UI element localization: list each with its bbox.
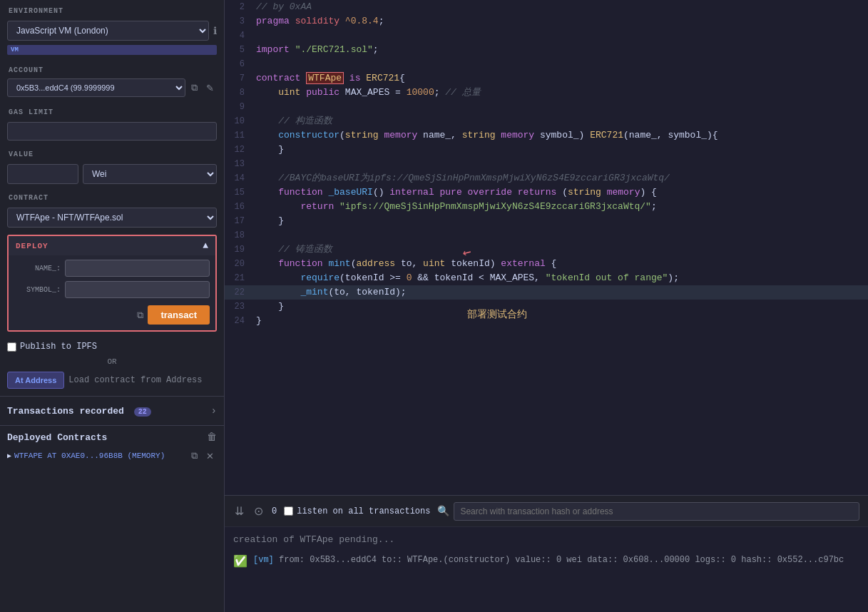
gas-field-row: 3000000	[0, 119, 224, 143]
code-line-4: 4	[225, 29, 868, 43]
value-unit-select[interactable]: Wei	[83, 164, 217, 184]
deployed-title: Deployed Contracts	[7, 432, 107, 443]
deploy-header[interactable]: DEPLOY ▲	[9, 236, 215, 255]
param-name-row: NAME_: WTF	[14, 260, 210, 277]
deploy-section: DEPLOY ▲ NAME_: WTF SYMBOL_: WTF ⧉ trans…	[7, 235, 217, 332]
code-line-17: 17 }	[225, 214, 868, 228]
transactions-left: Transactions recorded 22	[7, 406, 151, 417]
code-editor: 2 // by 0xAA 3 pragma solidity ^0.8.4; 4…	[225, 0, 868, 495]
code-line-12: 12 }	[225, 143, 868, 157]
copy-deploy-btn[interactable]: ⧉	[137, 310, 143, 321]
tx-value-val: 0 wei	[556, 555, 582, 565]
tx-success-icon: ✅	[233, 554, 247, 568]
code-line-11: 11 constructor(string memory name_, stri…	[225, 128, 868, 143]
publish-row: Publish to IPFS	[0, 336, 224, 355]
param-symbol-input[interactable]: WTF	[65, 281, 210, 298]
env-label: ENVIRONMENT	[0, 0, 224, 18]
listen-checkbox-label[interactable]: listen on all transactions	[284, 506, 430, 516]
search-icon: 🔍	[437, 505, 449, 517]
vm-badge: VM	[7, 45, 217, 55]
code-line-22: 22 _mint(to, tokenId);	[225, 285, 868, 300]
code-line-7: 7 contract WTFApe is ERC721{	[225, 71, 868, 86]
deployed-section: Deployed Contracts 🗑 ▶ WTFAPE AT 0XAE0..…	[0, 425, 224, 469]
clear-btn[interactable]: ⊙	[252, 503, 265, 519]
publish-ipfs-label[interactable]: Publish to IPFS	[7, 342, 97, 352]
transactions-chevron-icon: ›	[211, 405, 217, 417]
contract-label: CONTRACT	[0, 187, 224, 205]
trash-icon[interactable]: 🗑	[207, 432, 217, 443]
right-panel: 2 // by 0xAA 3 pragma solidity ^0.8.4; 4…	[225, 0, 868, 612]
code-line-16: 16 return "ipfs://QmeSjSinHpPnmXmspMjwiX…	[225, 200, 868, 214]
tx-vm-label: [vm]	[253, 555, 274, 565]
contract-item-actions: ⧉ ✕	[188, 449, 217, 463]
env-info-icon[interactable]: ℹ	[213, 25, 217, 37]
code-line-15: 15 function _baseURI() internal pure ove…	[225, 185, 868, 200]
copy-contract-btn[interactable]: ⧉	[188, 449, 200, 463]
code-line-14: 14 //BAYC的baseURI为ipfs://QmeSjSinHpPnmXm…	[225, 171, 868, 185]
code-line-19: 19 // 铸造函数	[225, 243, 868, 257]
tx-count: 0	[272, 506, 277, 516]
contract-item[interactable]: ▶ WTFAPE AT 0XAE0...96B8B (MEMORY) ⧉ ✕	[7, 449, 217, 463]
search-area: 🔍	[437, 502, 859, 521]
at-address-row: At Address Load contract from Address	[0, 369, 224, 396]
code-line-3: 3 pragma solidity ^0.8.4;	[225, 14, 868, 29]
tx-log-area: creation of WTFApe pending... ✅ [vm] fro…	[225, 526, 868, 612]
gas-label: GAS LIMIT	[0, 101, 224, 119]
code-line-23: 23 }	[225, 300, 868, 314]
copy-account-btn[interactable]: ⧉	[188, 81, 200, 95]
contract-item-name: WTFAPE AT 0XAE0...96B8B (MEMORY)	[14, 452, 185, 460]
contract-select[interactable]: WTFApe - NFT/WTFApe.sol	[7, 208, 217, 228]
at-address-button[interactable]: At Address	[7, 372, 64, 389]
account-label: ACCOUNT	[0, 59, 224, 77]
load-contract-label: Load contract from Address	[68, 375, 202, 385]
or-divider: OR	[0, 355, 224, 369]
tx-text: [vm] from: 0x5B3...eddC4 to:: WTFApe.(co…	[253, 554, 859, 566]
code-line-10: 10 // 构造函数	[225, 114, 868, 128]
tx-hash-val: 0x552...c97bc	[777, 555, 844, 565]
code-line-20: 20 function mint(address to, uint tokenI…	[225, 257, 868, 271]
edit-account-btn[interactable]: ✎	[203, 81, 217, 95]
code-line-8: 8 uint public MAX_APES = 10000; // 总量	[225, 86, 868, 100]
value-label: VALUE	[0, 143, 224, 161]
transactions-badge: 22	[134, 407, 151, 417]
param-symbol-row: SYMBOL_: WTF	[14, 281, 210, 298]
deploy-actions: ⧉ transact	[14, 302, 210, 326]
code-line-2: 2 // by 0xAA	[225, 0, 868, 14]
contract-chevron-icon: ▶	[7, 452, 11, 460]
code-line-13: 13	[225, 157, 868, 171]
left-panel: ENVIRONMENT JavaScript VM (London) ℹ VM …	[0, 0, 225, 612]
tx-entry: ✅ [vm] from: 0x5B3...eddC4 to:: WTFApe.(…	[233, 554, 859, 568]
code-line-21: 21 require(tokenId >= 0 && tokenId < MAX…	[225, 271, 868, 285]
code-line-6: 6	[225, 57, 868, 71]
collapse-all-btn[interactable]: ⇊	[233, 503, 245, 519]
code-line-5: 5 import "./ERC721.sol";	[225, 43, 868, 57]
main-layout: ENVIRONMENT JavaScript VM (London) ℹ VM …	[0, 0, 868, 612]
tx-to-val: WTFApe.(constructor)	[407, 555, 510, 565]
transactions-row[interactable]: Transactions recorded 22 ›	[0, 396, 224, 425]
value-row: 0 Wei	[0, 161, 224, 187]
param-name-input[interactable]: WTF	[65, 260, 210, 277]
gas-input[interactable]: 3000000	[7, 122, 217, 141]
transactions-title: Transactions recorded	[7, 406, 124, 417]
transact-button[interactable]: transact	[148, 305, 210, 325]
contract-select-row: WTFApe - NFT/WTFApe.sol	[0, 205, 224, 230]
close-contract-btn[interactable]: ✕	[203, 449, 217, 463]
value-input[interactable]: 0	[7, 164, 78, 184]
account-select[interactable]: 0x5B3...eddC4 (99.9999999	[7, 78, 185, 97]
tx-data-label: data:	[587, 555, 613, 565]
deploy-title: DEPLOY	[16, 242, 48, 250]
env-select[interactable]: JavaScript VM (London)	[7, 21, 209, 41]
tx-data-val: 0x608...00000	[623, 555, 690, 565]
bottom-toolbar: ⇊ ⊙ 0 listen on all transactions 🔍	[225, 495, 868, 526]
tx-from-label: from:	[279, 555, 305, 565]
search-input[interactable]	[454, 502, 859, 521]
tx-from-val: 0x5B3...eddC4	[310, 555, 377, 565]
listen-checkbox[interactable]	[284, 506, 293, 516]
tx-pending-text: creation of WTFApe pending...	[233, 534, 859, 545]
param-symbol-label: SYMBOL_:	[14, 286, 61, 294]
tx-hash-label: hash:	[741, 555, 767, 565]
code-line-9: 9	[225, 100, 868, 114]
tx-logs-label: logs:	[695, 555, 720, 565]
publish-ipfs-checkbox[interactable]	[7, 342, 16, 352]
code-line-18: 18	[225, 228, 868, 243]
